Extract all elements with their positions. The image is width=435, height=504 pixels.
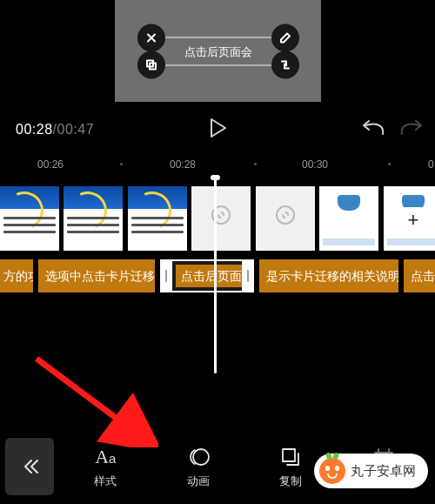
thumbnail: [191, 186, 251, 251]
ruler-dot: [120, 163, 123, 165]
thumbnail: [64, 186, 123, 251]
watermark-logo: [319, 458, 345, 484]
close-icon[interactable]: [137, 24, 165, 51]
text-clip-selected[interactable]: 点击后页面: [160, 259, 254, 292]
text-clip[interactable]: 方的功: [0, 259, 33, 292]
animation-icon: [186, 444, 211, 470]
video-clip[interactable]: [0, 186, 188, 251]
undo-button[interactable]: [360, 118, 386, 141]
tool-label: 复制: [279, 474, 302, 489]
selection-edge: [160, 37, 277, 37]
video-clip[interactable]: [191, 186, 315, 251]
back-button[interactable]: [5, 438, 54, 495]
timeline-tracks[interactable]: + 方的功 选项中点击卡片迁移 点击后页面 是示卡片迁移的相关说明 点击下: [0, 186, 435, 296]
text-clip[interactable]: 选项中点击卡片迁移: [38, 259, 155, 292]
copy-tool[interactable]: 复制: [260, 444, 321, 489]
watermark-text: 丸子安卓网: [351, 463, 416, 480]
copy-icon[interactable]: [137, 50, 165, 78]
total-duration: 00:47: [57, 122, 95, 137]
clip-handle-left[interactable]: [160, 261, 172, 291]
svg-point-3: [193, 449, 209, 465]
style-tool[interactable]: Aa 样式: [75, 444, 136, 489]
text-track[interactable]: 方的功 选项中点击卡片迁移 点击后页面 是示卡片迁移的相关说明 点击下: [0, 259, 435, 296]
ruler-tick: 0: [428, 158, 434, 171]
text-clip[interactable]: 是示卡片迁移的相关说明: [259, 259, 398, 292]
watermark: 丸子安卓网: [314, 454, 428, 488]
text-clip-label: 点击后页面: [176, 265, 247, 287]
text-overlay-box[interactable]: 点击后页面会: [153, 43, 284, 59]
tool-label: 动画: [187, 474, 210, 489]
ruler-tick: 00:26: [37, 158, 64, 171]
selection-edge: [160, 64, 277, 65]
ruler-dot: [254, 163, 257, 165]
playback-bar: 00:28/00:47: [0, 106, 435, 153]
ruler-dot: [388, 163, 391, 165]
ruler-tick: 00:30: [302, 158, 328, 171]
edit-icon[interactable]: [271, 24, 299, 51]
rotate-icon[interactable]: [271, 50, 299, 78]
style-icon: Aa: [95, 444, 116, 470]
video-track[interactable]: +: [0, 186, 435, 254]
ruler-tick: 00:28: [170, 158, 196, 171]
animation-tool[interactable]: 动画: [168, 444, 229, 489]
video-preview[interactable]: 点击后页面会: [115, 0, 321, 102]
redo-button: [398, 118, 425, 141]
add-clip-button[interactable]: +: [400, 207, 426, 233]
thumbnail: [256, 186, 315, 251]
svg-rect-4: [283, 449, 295, 461]
current-time: 00:28: [16, 122, 53, 137]
tool-label: 样式: [94, 474, 117, 489]
overlay-text: 点击后页面会: [184, 44, 252, 57]
play-button[interactable]: [207, 117, 228, 143]
thumbnail: [0, 186, 59, 251]
playhead[interactable]: [214, 178, 217, 373]
thumbnail: [319, 186, 378, 251]
time-display: 00:28/00:47: [16, 122, 94, 138]
thumbnail: [128, 186, 187, 251]
text-clip[interactable]: 点击下: [404, 259, 435, 292]
svg-line-2: [37, 359, 139, 435]
copy-icon: [279, 444, 302, 470]
clip-handle-right[interactable]: [242, 261, 254, 291]
